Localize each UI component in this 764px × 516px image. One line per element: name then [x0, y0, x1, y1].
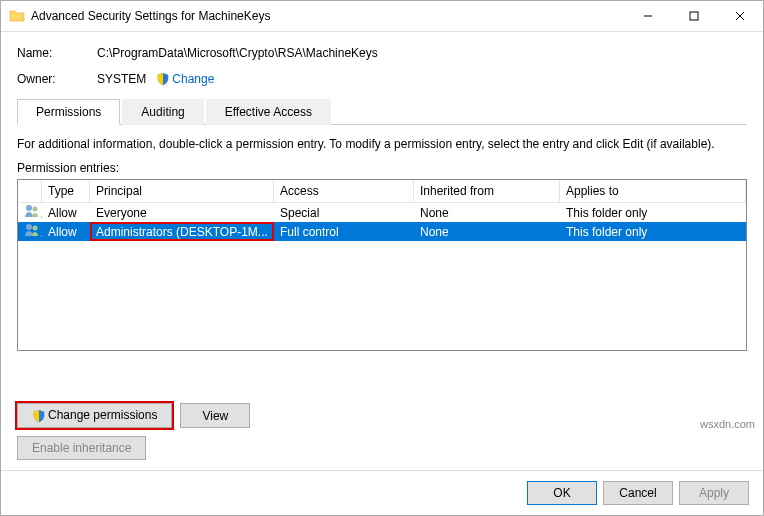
tab-permissions[interactable]: Permissions — [17, 99, 120, 125]
cell-principal-highlighted: Administrators (DESKTOP-1M... — [90, 222, 274, 241]
owner-row: Owner: SYSTEM Change — [17, 72, 747, 86]
col-inherited[interactable]: Inherited from — [414, 180, 560, 202]
watermark: wsxdn.com — [700, 418, 755, 430]
cell-type: Allow — [42, 205, 90, 221]
name-row: Name: C:\ProgramData\Microsoft\Crypto\RS… — [17, 46, 747, 60]
users-icon — [24, 223, 40, 237]
svg-point-3 — [26, 224, 32, 230]
col-applies[interactable]: Applies to — [560, 180, 746, 202]
cell-principal: Everyone — [90, 205, 274, 221]
users-icon — [24, 204, 40, 218]
owner-label: Owner: — [17, 72, 97, 86]
table-row[interactable]: Allow Administrators (DESKTOP-1M... Full… — [18, 222, 746, 241]
view-button[interactable]: View — [180, 403, 250, 428]
change-owner-link[interactable]: Change — [156, 72, 214, 86]
cell-inherited: None — [414, 224, 560, 240]
col-icon[interactable] — [18, 180, 42, 202]
enable-inheritance-button: Enable inheritance — [17, 436, 146, 460]
dialog-footer: OK Cancel Apply — [1, 470, 763, 515]
cancel-button[interactable]: Cancel — [603, 481, 673, 505]
cell-access: Full control — [274, 224, 414, 240]
tab-strip: Permissions Auditing Effective Access — [17, 98, 747, 125]
change-permissions-button[interactable]: Change permissions — [17, 403, 172, 428]
content-area: Name: C:\ProgramData\Microsoft\Crypto\RS… — [1, 32, 763, 470]
minimize-button[interactable] — [625, 1, 671, 31]
window-title: Advanced Security Settings for MachineKe… — [31, 9, 625, 23]
col-principal[interactable]: Principal — [90, 180, 274, 202]
maximize-button[interactable] — [671, 1, 717, 31]
change-permissions-label: Change permissions — [48, 408, 157, 422]
name-label: Name: — [17, 46, 97, 60]
cell-inherited: None — [414, 205, 560, 221]
tab-auditing[interactable]: Auditing — [122, 99, 203, 125]
folder-icon — [9, 8, 25, 24]
svg-rect-0 — [690, 12, 698, 20]
info-text: For additional information, double-click… — [17, 137, 747, 151]
ok-button[interactable]: OK — [527, 481, 597, 505]
action-buttons: Change permissions View — [17, 393, 747, 428]
apply-button: Apply — [679, 481, 749, 505]
window-controls — [625, 1, 763, 31]
permission-table: Type Principal Access Inherited from App… — [17, 179, 747, 351]
cell-access: Special — [274, 205, 414, 221]
table-header: Type Principal Access Inherited from App… — [18, 180, 746, 203]
cell-applies: This folder only — [560, 224, 746, 240]
titlebar: Advanced Security Settings for MachineKe… — [1, 1, 763, 32]
row-icon — [18, 203, 42, 222]
shield-icon — [156, 72, 170, 86]
name-value: C:\ProgramData\Microsoft\Crypto\RSA\Mach… — [97, 46, 378, 60]
change-link-text: Change — [172, 72, 214, 86]
shield-icon — [32, 409, 46, 423]
svg-point-2 — [33, 207, 38, 212]
owner-value: SYSTEM — [97, 72, 146, 86]
col-type[interactable]: Type — [42, 180, 90, 202]
col-access[interactable]: Access — [274, 180, 414, 202]
close-button[interactable] — [717, 1, 763, 31]
tab-effective-access[interactable]: Effective Access — [206, 99, 331, 125]
table-row[interactable]: Allow Everyone Special None This folder … — [18, 203, 746, 222]
inheritance-row: Enable inheritance — [17, 436, 747, 460]
svg-point-4 — [33, 226, 38, 231]
cell-applies: This folder only — [560, 205, 746, 221]
security-settings-window: Advanced Security Settings for MachineKe… — [0, 0, 764, 516]
row-icon — [18, 222, 42, 241]
entries-label: Permission entries: — [17, 161, 747, 175]
cell-type: Allow — [42, 224, 90, 240]
svg-point-1 — [26, 205, 32, 211]
